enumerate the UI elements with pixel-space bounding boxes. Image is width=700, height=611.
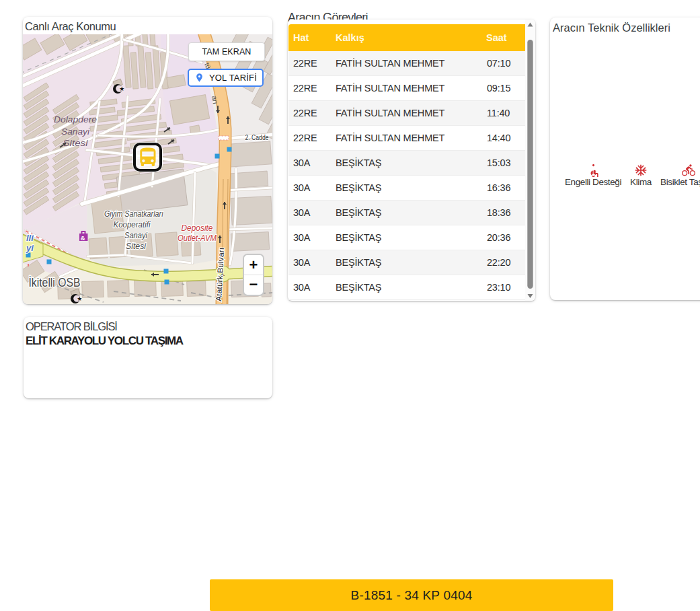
svg-text:arı: arı xyxy=(210,95,220,104)
svg-text:Sanayi: Sanayi xyxy=(124,231,148,240)
svg-text:lli: lli xyxy=(26,233,34,243)
svg-text:Sanayi: Sanayi xyxy=(61,127,90,137)
svg-text:Kooperatifi: Kooperatifi xyxy=(114,220,151,229)
svg-text:Outlet-AVM: Outlet-AVM xyxy=(178,233,217,243)
svg-text:★: ★ xyxy=(119,85,124,92)
svg-text:Giyim Sanatkarları: Giyim Sanatkarları xyxy=(104,209,163,219)
svg-text:Deposite: Deposite xyxy=(182,223,213,233)
svg-text:Sitesi: Sitesi xyxy=(63,138,89,148)
svg-text:Sitesi: Sitesi xyxy=(126,242,147,251)
svg-text:★: ★ xyxy=(77,295,82,302)
svg-text:&: & xyxy=(81,234,85,242)
svg-text:Dolapdere: Dolapdere xyxy=(54,114,97,124)
svg-text:2. Cadde: 2. Cadde xyxy=(245,133,269,141)
svg-text:İkitelli OSB: İkitelli OSB xyxy=(29,275,81,289)
svg-text:yi: yi xyxy=(26,243,34,253)
